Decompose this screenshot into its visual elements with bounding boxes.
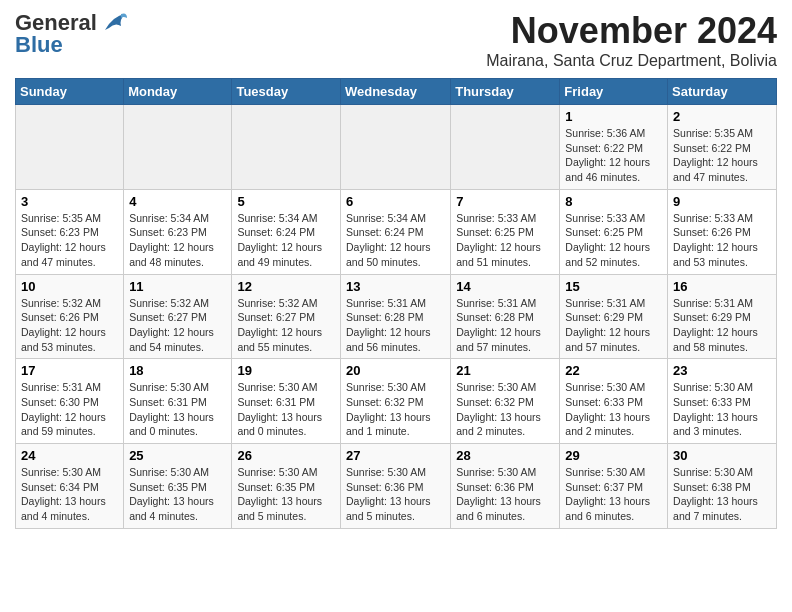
calendar-header-row: SundayMondayTuesdayWednesdayThursdayFrid…: [16, 79, 777, 105]
day-number: 14: [456, 279, 554, 294]
day-number: 17: [21, 363, 118, 378]
day-number: 29: [565, 448, 662, 463]
calendar-subtitle: Mairana, Santa Cruz Department, Bolivia: [486, 52, 777, 70]
day-number: 24: [21, 448, 118, 463]
day-info: Sunrise: 5:30 AM Sunset: 6:33 PM Dayligh…: [673, 380, 771, 439]
calendar-cell: 12Sunrise: 5:32 AM Sunset: 6:27 PM Dayli…: [232, 274, 341, 359]
day-number: 11: [129, 279, 226, 294]
day-info: Sunrise: 5:30 AM Sunset: 6:37 PM Dayligh…: [565, 465, 662, 524]
calendar-title: November 2024: [486, 10, 777, 52]
calendar-week-row: 1Sunrise: 5:36 AM Sunset: 6:22 PM Daylig…: [16, 105, 777, 190]
calendar-cell: 23Sunrise: 5:30 AM Sunset: 6:33 PM Dayli…: [668, 359, 777, 444]
calendar-cell: 25Sunrise: 5:30 AM Sunset: 6:35 PM Dayli…: [124, 444, 232, 529]
title-section: November 2024 Mairana, Santa Cruz Depart…: [486, 10, 777, 70]
day-info: Sunrise: 5:31 AM Sunset: 6:28 PM Dayligh…: [346, 296, 445, 355]
day-info: Sunrise: 5:30 AM Sunset: 6:35 PM Dayligh…: [237, 465, 335, 524]
calendar-cell: 24Sunrise: 5:30 AM Sunset: 6:34 PM Dayli…: [16, 444, 124, 529]
calendar-header-wednesday: Wednesday: [340, 79, 450, 105]
day-info: Sunrise: 5:30 AM Sunset: 6:34 PM Dayligh…: [21, 465, 118, 524]
day-number: 23: [673, 363, 771, 378]
day-number: 28: [456, 448, 554, 463]
calendar-cell: 21Sunrise: 5:30 AM Sunset: 6:32 PM Dayli…: [451, 359, 560, 444]
day-info: Sunrise: 5:32 AM Sunset: 6:26 PM Dayligh…: [21, 296, 118, 355]
day-number: 21: [456, 363, 554, 378]
calendar-cell: 10Sunrise: 5:32 AM Sunset: 6:26 PM Dayli…: [16, 274, 124, 359]
calendar-cell: 2Sunrise: 5:35 AM Sunset: 6:22 PM Daylig…: [668, 105, 777, 190]
day-number: 1: [565, 109, 662, 124]
day-info: Sunrise: 5:33 AM Sunset: 6:25 PM Dayligh…: [565, 211, 662, 270]
logo-bird-icon: [99, 12, 127, 34]
day-info: Sunrise: 5:35 AM Sunset: 6:22 PM Dayligh…: [673, 126, 771, 185]
day-number: 30: [673, 448, 771, 463]
day-number: 8: [565, 194, 662, 209]
day-number: 26: [237, 448, 335, 463]
day-info: Sunrise: 5:32 AM Sunset: 6:27 PM Dayligh…: [129, 296, 226, 355]
calendar-cell: 14Sunrise: 5:31 AM Sunset: 6:28 PM Dayli…: [451, 274, 560, 359]
day-number: 16: [673, 279, 771, 294]
calendar-cell: 3Sunrise: 5:35 AM Sunset: 6:23 PM Daylig…: [16, 189, 124, 274]
day-info: Sunrise: 5:30 AM Sunset: 6:31 PM Dayligh…: [129, 380, 226, 439]
day-number: 10: [21, 279, 118, 294]
day-number: 7: [456, 194, 554, 209]
day-info: Sunrise: 5:34 AM Sunset: 6:24 PM Dayligh…: [346, 211, 445, 270]
calendar-cell: [232, 105, 341, 190]
calendar-cell: 1Sunrise: 5:36 AM Sunset: 6:22 PM Daylig…: [560, 105, 668, 190]
calendar-header-saturday: Saturday: [668, 79, 777, 105]
day-info: Sunrise: 5:30 AM Sunset: 6:36 PM Dayligh…: [456, 465, 554, 524]
calendar-cell: 8Sunrise: 5:33 AM Sunset: 6:25 PM Daylig…: [560, 189, 668, 274]
calendar-cell: 20Sunrise: 5:30 AM Sunset: 6:32 PM Dayli…: [340, 359, 450, 444]
day-info: Sunrise: 5:31 AM Sunset: 6:28 PM Dayligh…: [456, 296, 554, 355]
day-number: 6: [346, 194, 445, 209]
day-info: Sunrise: 5:34 AM Sunset: 6:23 PM Dayligh…: [129, 211, 226, 270]
calendar-cell: [124, 105, 232, 190]
day-number: 4: [129, 194, 226, 209]
calendar-cell: 30Sunrise: 5:30 AM Sunset: 6:38 PM Dayli…: [668, 444, 777, 529]
day-info: Sunrise: 5:31 AM Sunset: 6:29 PM Dayligh…: [673, 296, 771, 355]
day-info: Sunrise: 5:33 AM Sunset: 6:26 PM Dayligh…: [673, 211, 771, 270]
logo-blue: Blue: [15, 32, 63, 58]
day-info: Sunrise: 5:30 AM Sunset: 6:33 PM Dayligh…: [565, 380, 662, 439]
day-info: Sunrise: 5:30 AM Sunset: 6:32 PM Dayligh…: [346, 380, 445, 439]
calendar-cell: 22Sunrise: 5:30 AM Sunset: 6:33 PM Dayli…: [560, 359, 668, 444]
day-info: Sunrise: 5:30 AM Sunset: 6:31 PM Dayligh…: [237, 380, 335, 439]
calendar-cell: 26Sunrise: 5:30 AM Sunset: 6:35 PM Dayli…: [232, 444, 341, 529]
calendar-cell: 4Sunrise: 5:34 AM Sunset: 6:23 PM Daylig…: [124, 189, 232, 274]
day-number: 22: [565, 363, 662, 378]
calendar-cell: [16, 105, 124, 190]
calendar-cell: 17Sunrise: 5:31 AM Sunset: 6:30 PM Dayli…: [16, 359, 124, 444]
day-number: 19: [237, 363, 335, 378]
calendar-header-monday: Monday: [124, 79, 232, 105]
day-info: Sunrise: 5:35 AM Sunset: 6:23 PM Dayligh…: [21, 211, 118, 270]
calendar-body: 1Sunrise: 5:36 AM Sunset: 6:22 PM Daylig…: [16, 105, 777, 529]
calendar-cell: 7Sunrise: 5:33 AM Sunset: 6:25 PM Daylig…: [451, 189, 560, 274]
day-info: Sunrise: 5:31 AM Sunset: 6:29 PM Dayligh…: [565, 296, 662, 355]
calendar-cell: 16Sunrise: 5:31 AM Sunset: 6:29 PM Dayli…: [668, 274, 777, 359]
day-info: Sunrise: 5:30 AM Sunset: 6:36 PM Dayligh…: [346, 465, 445, 524]
day-number: 12: [237, 279, 335, 294]
day-number: 3: [21, 194, 118, 209]
calendar-week-row: 17Sunrise: 5:31 AM Sunset: 6:30 PM Dayli…: [16, 359, 777, 444]
day-number: 2: [673, 109, 771, 124]
day-info: Sunrise: 5:36 AM Sunset: 6:22 PM Dayligh…: [565, 126, 662, 185]
calendar-cell: 11Sunrise: 5:32 AM Sunset: 6:27 PM Dayli…: [124, 274, 232, 359]
day-info: Sunrise: 5:30 AM Sunset: 6:35 PM Dayligh…: [129, 465, 226, 524]
day-number: 15: [565, 279, 662, 294]
day-number: 25: [129, 448, 226, 463]
day-info: Sunrise: 5:30 AM Sunset: 6:38 PM Dayligh…: [673, 465, 771, 524]
day-info: Sunrise: 5:30 AM Sunset: 6:32 PM Dayligh…: [456, 380, 554, 439]
calendar-week-row: 3Sunrise: 5:35 AM Sunset: 6:23 PM Daylig…: [16, 189, 777, 274]
day-number: 18: [129, 363, 226, 378]
day-number: 13: [346, 279, 445, 294]
page-header: General Blue November 2024 Mairana, Sant…: [15, 10, 777, 70]
calendar-cell: 6Sunrise: 5:34 AM Sunset: 6:24 PM Daylig…: [340, 189, 450, 274]
calendar-week-row: 10Sunrise: 5:32 AM Sunset: 6:26 PM Dayli…: [16, 274, 777, 359]
day-info: Sunrise: 5:32 AM Sunset: 6:27 PM Dayligh…: [237, 296, 335, 355]
day-number: 9: [673, 194, 771, 209]
calendar-cell: 9Sunrise: 5:33 AM Sunset: 6:26 PM Daylig…: [668, 189, 777, 274]
logo: General Blue: [15, 10, 127, 58]
day-number: 27: [346, 448, 445, 463]
calendar-cell: 18Sunrise: 5:30 AM Sunset: 6:31 PM Dayli…: [124, 359, 232, 444]
calendar-week-row: 24Sunrise: 5:30 AM Sunset: 6:34 PM Dayli…: [16, 444, 777, 529]
calendar-cell: [340, 105, 450, 190]
day-info: Sunrise: 5:34 AM Sunset: 6:24 PM Dayligh…: [237, 211, 335, 270]
